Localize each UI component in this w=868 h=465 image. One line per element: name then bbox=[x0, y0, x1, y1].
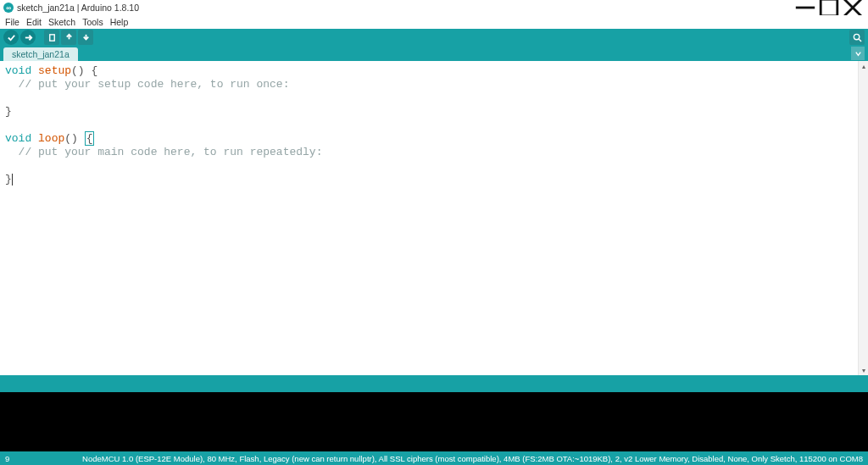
verify-button[interactable] bbox=[3, 30, 19, 45]
menu-bar: File Edit Sketch Tools Help bbox=[0, 15, 868, 29]
output-console[interactable] bbox=[0, 392, 868, 451]
minimize-button[interactable] bbox=[793, 0, 817, 15]
svg-point-5 bbox=[854, 34, 859, 39]
function-name: loop bbox=[38, 132, 64, 145]
editor-area: void setup() { // put your setup code he… bbox=[0, 61, 868, 375]
new-button[interactable] bbox=[44, 30, 59, 45]
function-name: setup bbox=[38, 64, 71, 77]
vertical-scrollbar[interactable]: ▴ ▾ bbox=[858, 61, 868, 375]
board-info: NodeMCU 1.0 (ESP-12E Module), 80 MHz, Fl… bbox=[39, 454, 863, 463]
console-separator bbox=[0, 375, 868, 392]
svg-line-6 bbox=[859, 39, 861, 42]
window-title: sketch_jan21a | Arduino 1.8.10 bbox=[17, 3, 793, 13]
arduino-icon: ∞ bbox=[3, 3, 14, 13]
comment: // put your main code here, to run repea… bbox=[5, 146, 322, 158]
punct: () bbox=[64, 132, 84, 145]
brace: } bbox=[5, 105, 12, 118]
upload-button[interactable] bbox=[20, 30, 36, 45]
menu-edit[interactable]: Edit bbox=[23, 16, 45, 28]
text-caret bbox=[12, 174, 13, 185]
menu-sketch[interactable]: Sketch bbox=[45, 16, 79, 28]
title-bar: ∞ sketch_jan21a | Arduino 1.8.10 bbox=[0, 0, 868, 15]
brace: } bbox=[5, 173, 12, 185]
punct: () { bbox=[71, 64, 97, 77]
svg-rect-4 bbox=[49, 34, 54, 40]
save-button[interactable] bbox=[78, 30, 93, 45]
line-number: 9 bbox=[5, 454, 39, 463]
close-button[interactable] bbox=[841, 0, 865, 15]
status-bar: 9 NodeMCU 1.0 (ESP-12E Module), 80 MHz, … bbox=[0, 451, 868, 465]
tab-strip: sketch_jan21a bbox=[0, 46, 868, 61]
toolbar bbox=[0, 29, 868, 46]
maximize-button[interactable] bbox=[817, 0, 841, 15]
serial-monitor-button[interactable] bbox=[849, 30, 865, 45]
comment: // put your setup code here, to run once… bbox=[5, 78, 289, 91]
menu-tools[interactable]: Tools bbox=[79, 16, 107, 28]
keyword: void bbox=[5, 132, 31, 145]
scroll-down-icon[interactable]: ▾ bbox=[859, 365, 869, 375]
scroll-up-icon[interactable]: ▴ bbox=[859, 61, 869, 71]
tab-sketch[interactable]: sketch_jan21a bbox=[3, 47, 78, 61]
open-button[interactable] bbox=[61, 30, 76, 45]
code-editor[interactable]: void setup() { // put your setup code he… bbox=[0, 61, 858, 375]
menu-help[interactable]: Help bbox=[107, 16, 132, 28]
svg-rect-1 bbox=[821, 0, 837, 16]
tab-menu-button[interactable] bbox=[851, 47, 865, 60]
keyword: void bbox=[5, 64, 31, 77]
matched-brace: { bbox=[85, 131, 95, 146]
menu-file[interactable]: File bbox=[2, 16, 23, 28]
